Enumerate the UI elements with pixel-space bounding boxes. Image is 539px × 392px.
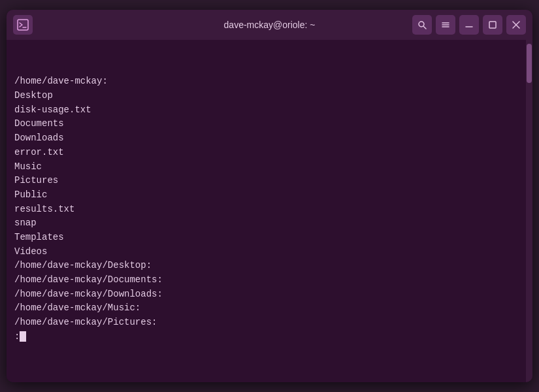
terminal-output[interactable]: /home/dave-mckay:Desktopdisk-usage.txtDo… [7,40,526,382]
svg-point-2 [419,22,424,27]
terminal-line: /home/dave-mckay: [14,74,518,89]
titlebar: dave-mckay@oriole: ~ [7,10,532,40]
terminal-body: /home/dave-mckay:Desktopdisk-usage.txtDo… [7,40,532,382]
search-button[interactable] [412,15,432,35]
terminal-line: Desktop [14,89,518,103]
terminal-line: Documents [14,117,518,131]
minimize-button[interactable] [459,15,479,35]
terminal-line: results.txt [14,203,518,217]
terminal-line: /home/dave-mckay/Music: [14,301,518,316]
terminal-line: Downloads [14,131,518,146]
terminal-line: /home/dave-mckay/Documents: [14,273,518,287]
terminal-line: Templates [14,231,518,245]
svg-rect-8 [489,22,496,28]
titlebar-controls [412,15,526,35]
close-button[interactable] [506,15,526,35]
terminal-line: /home/dave-mckay/Pictures: [14,316,518,330]
terminal-line: : [14,330,518,344]
terminal-icon [13,15,33,35]
terminal-line: error.txt [14,146,518,160]
terminal-line: Pictures [14,174,518,188]
scrollbar-track[interactable] [526,40,532,382]
terminal-line: Music [14,160,518,174]
terminal-line: snap [14,216,518,231]
maximize-button[interactable] [483,15,502,35]
scrollbar-thumb[interactable] [527,44,532,83]
terminal-line: Videos [14,245,518,259]
menu-button[interactable] [436,15,455,35]
terminal-cursor [20,331,26,342]
svg-line-3 [424,27,427,29]
titlebar-left [13,15,33,35]
terminal-line: Public [14,188,518,203]
terminal-line: /home/dave-mckay/Desktop: [14,259,518,273]
svg-rect-0 [18,20,28,30]
terminal-line: disk-usage.txt [14,103,518,118]
terminal-line: /home/dave-mckay/Downloads: [14,287,518,302]
terminal-window: dave-mckay@oriole: ~ [7,10,532,382]
titlebar-title: dave-mckay@oriole: ~ [224,20,316,30]
